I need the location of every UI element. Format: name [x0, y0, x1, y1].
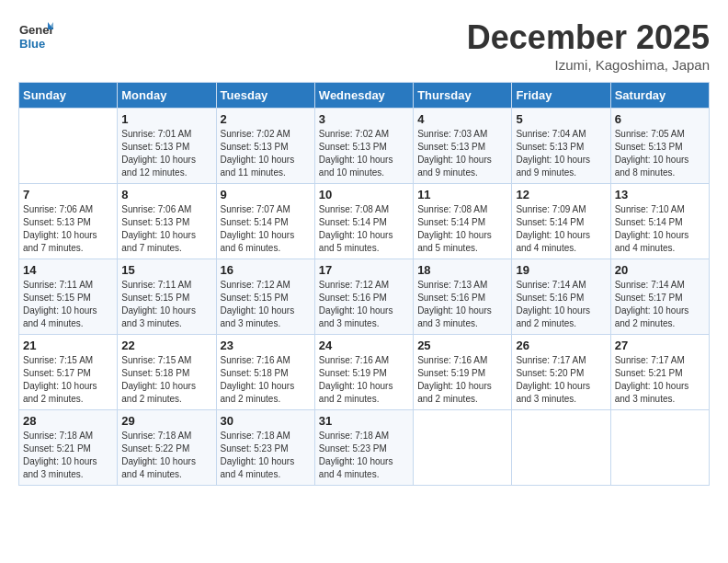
- day-info: Sunrise: 7:08 AMSunset: 5:14 PMDaylight:…: [417, 203, 507, 255]
- location: Izumi, Kagoshima, Japan: [467, 57, 710, 73]
- day-info: Sunrise: 7:06 AMSunset: 5:13 PMDaylight:…: [121, 203, 211, 255]
- day-info: Sunrise: 7:10 AMSunset: 5:14 PMDaylight:…: [615, 203, 705, 255]
- day-info: Sunrise: 7:03 AMSunset: 5:13 PMDaylight:…: [417, 128, 507, 179]
- day-cell: 2 Sunrise: 7:02 AMSunset: 5:13 PMDayligh…: [216, 109, 314, 184]
- column-header-friday: Friday: [512, 83, 610, 109]
- day-info: Sunrise: 7:18 AMSunset: 5:23 PMDaylight:…: [221, 430, 311, 481]
- column-header-tuesday: Tuesday: [216, 83, 314, 109]
- day-info: Sunrise: 7:11 AMSunset: 5:15 PMDaylight:…: [23, 279, 113, 330]
- svg-text:Blue: Blue: [19, 37, 45, 51]
- week-row-2: 7 Sunrise: 7:06 AMSunset: 5:13 PMDayligh…: [19, 184, 710, 259]
- day-number: 5: [516, 112, 606, 126]
- day-cell: 17 Sunrise: 7:12 AMSunset: 5:16 PMDaylig…: [314, 259, 413, 335]
- day-cell: 12 Sunrise: 7:09 AMSunset: 5:14 PMDaylig…: [512, 184, 610, 259]
- day-info: Sunrise: 7:12 AMSunset: 5:15 PMDaylight:…: [221, 279, 311, 330]
- day-number: 30: [221, 414, 311, 428]
- day-number: 25: [417, 339, 507, 352]
- column-header-monday: Monday: [118, 83, 216, 109]
- logo-mark: General Blue: [18, 18, 53, 57]
- day-number: 14: [23, 263, 113, 277]
- day-number: 20: [615, 263, 705, 277]
- month-title: December 2025: [467, 18, 710, 57]
- day-info: Sunrise: 7:11 AMSunset: 5:15 PMDaylight:…: [121, 279, 211, 330]
- day-number: 24: [319, 339, 409, 352]
- day-info: Sunrise: 7:14 AMSunset: 5:17 PMDaylight:…: [615, 279, 705, 330]
- day-cell: 8 Sunrise: 7:06 AMSunset: 5:13 PMDayligh…: [118, 184, 216, 259]
- page-header: General Blue December 2025 Izumi, Kagosh…: [18, 18, 710, 73]
- day-cell: 29 Sunrise: 7:18 AMSunset: 5:22 PMDaylig…: [118, 410, 216, 486]
- day-cell: 16 Sunrise: 7:12 AMSunset: 5:15 PMDaylig…: [216, 259, 314, 335]
- day-number: 23: [221, 339, 311, 352]
- day-number: 4: [417, 112, 507, 126]
- day-cell: 31 Sunrise: 7:18 AMSunset: 5:23 PMDaylig…: [314, 410, 413, 486]
- day-cell: 5 Sunrise: 7:04 AMSunset: 5:13 PMDayligh…: [512, 109, 610, 184]
- day-info: Sunrise: 7:02 AMSunset: 5:13 PMDaylight:…: [221, 128, 311, 179]
- day-cell: [512, 410, 610, 486]
- day-cell: 19 Sunrise: 7:14 AMSunset: 5:16 PMDaylig…: [512, 259, 610, 335]
- day-cell: 20 Sunrise: 7:14 AMSunset: 5:17 PMDaylig…: [610, 259, 709, 335]
- day-number: 2: [221, 112, 311, 126]
- day-cell: 9 Sunrise: 7:07 AMSunset: 5:14 PMDayligh…: [216, 184, 314, 259]
- column-header-saturday: Saturday: [610, 83, 709, 109]
- day-cell: [610, 410, 709, 486]
- day-cell: 13 Sunrise: 7:10 AMSunset: 5:14 PMDaylig…: [610, 184, 709, 259]
- day-info: Sunrise: 7:09 AMSunset: 5:14 PMDaylight:…: [516, 203, 606, 255]
- day-info: Sunrise: 7:16 AMSunset: 5:18 PMDaylight:…: [221, 354, 311, 406]
- day-info: Sunrise: 7:14 AMSunset: 5:16 PMDaylight:…: [516, 279, 606, 330]
- day-info: Sunrise: 7:13 AMSunset: 5:16 PMDaylight:…: [417, 279, 507, 330]
- column-header-sunday: Sunday: [19, 83, 118, 109]
- week-row-1: 1 Sunrise: 7:01 AMSunset: 5:13 PMDayligh…: [19, 109, 710, 184]
- day-info: Sunrise: 7:04 AMSunset: 5:13 PMDaylight:…: [516, 128, 606, 179]
- day-number: 17: [319, 263, 409, 277]
- day-info: Sunrise: 7:02 AMSunset: 5:13 PMDaylight:…: [319, 128, 409, 179]
- day-number: 15: [121, 263, 211, 277]
- day-number: 10: [319, 188, 409, 201]
- day-info: Sunrise: 7:17 AMSunset: 5:20 PMDaylight:…: [516, 354, 606, 406]
- week-row-5: 28 Sunrise: 7:18 AMSunset: 5:21 PMDaylig…: [19, 410, 710, 486]
- day-number: 28: [23, 414, 113, 428]
- column-header-thursday: Thursday: [414, 83, 512, 109]
- day-number: 11: [417, 188, 507, 201]
- day-cell: [414, 410, 512, 486]
- day-cell: 21 Sunrise: 7:15 AMSunset: 5:17 PMDaylig…: [19, 335, 118, 410]
- day-info: Sunrise: 7:05 AMSunset: 5:13 PMDaylight:…: [615, 128, 705, 179]
- day-cell: 1 Sunrise: 7:01 AMSunset: 5:13 PMDayligh…: [118, 109, 216, 184]
- day-cell: 27 Sunrise: 7:17 AMSunset: 5:21 PMDaylig…: [610, 335, 709, 410]
- day-info: Sunrise: 7:06 AMSunset: 5:13 PMDaylight:…: [23, 203, 113, 255]
- day-info: Sunrise: 7:01 AMSunset: 5:13 PMDaylight:…: [121, 128, 211, 179]
- day-number: 19: [516, 263, 606, 277]
- week-row-3: 14 Sunrise: 7:11 AMSunset: 5:15 PMDaylig…: [19, 259, 710, 335]
- day-number: 12: [516, 188, 606, 201]
- day-info: Sunrise: 7:15 AMSunset: 5:17 PMDaylight:…: [23, 354, 113, 406]
- day-cell: 26 Sunrise: 7:17 AMSunset: 5:20 PMDaylig…: [512, 335, 610, 410]
- day-cell: 18 Sunrise: 7:13 AMSunset: 5:16 PMDaylig…: [414, 259, 512, 335]
- day-info: Sunrise: 7:07 AMSunset: 5:14 PMDaylight:…: [221, 203, 311, 255]
- day-cell: 24 Sunrise: 7:16 AMSunset: 5:19 PMDaylig…: [314, 335, 413, 410]
- day-cell: 22 Sunrise: 7:15 AMSunset: 5:18 PMDaylig…: [118, 335, 216, 410]
- column-header-wednesday: Wednesday: [314, 83, 413, 109]
- day-number: 1: [121, 112, 211, 126]
- day-number: 21: [23, 339, 113, 352]
- title-block: December 2025 Izumi, Kagoshima, Japan: [467, 18, 710, 73]
- day-cell: 10 Sunrise: 7:08 AMSunset: 5:14 PMDaylig…: [314, 184, 413, 259]
- day-number: 3: [319, 112, 409, 126]
- day-number: 8: [121, 188, 211, 201]
- day-info: Sunrise: 7:16 AMSunset: 5:19 PMDaylight:…: [319, 354, 409, 406]
- day-cell: 23 Sunrise: 7:16 AMSunset: 5:18 PMDaylig…: [216, 335, 314, 410]
- day-number: 16: [221, 263, 311, 277]
- day-number: 22: [121, 339, 211, 352]
- day-cell: 25 Sunrise: 7:16 AMSunset: 5:19 PMDaylig…: [414, 335, 512, 410]
- day-number: 7: [23, 188, 113, 201]
- logo: General Blue: [18, 18, 53, 57]
- day-cell: 14 Sunrise: 7:11 AMSunset: 5:15 PMDaylig…: [19, 259, 118, 335]
- day-number: 31: [319, 414, 409, 428]
- day-info: Sunrise: 7:16 AMSunset: 5:19 PMDaylight:…: [417, 354, 507, 406]
- calendar-table: SundayMondayTuesdayWednesdayThursdayFrid…: [18, 82, 710, 486]
- day-cell: 7 Sunrise: 7:06 AMSunset: 5:13 PMDayligh…: [19, 184, 118, 259]
- day-number: 26: [516, 339, 606, 352]
- day-info: Sunrise: 7:18 AMSunset: 5:22 PMDaylight:…: [121, 430, 211, 481]
- week-row-4: 21 Sunrise: 7:15 AMSunset: 5:17 PMDaylig…: [19, 335, 710, 410]
- day-number: 29: [121, 414, 211, 428]
- day-cell: 15 Sunrise: 7:11 AMSunset: 5:15 PMDaylig…: [118, 259, 216, 335]
- day-info: Sunrise: 7:15 AMSunset: 5:18 PMDaylight:…: [121, 354, 211, 406]
